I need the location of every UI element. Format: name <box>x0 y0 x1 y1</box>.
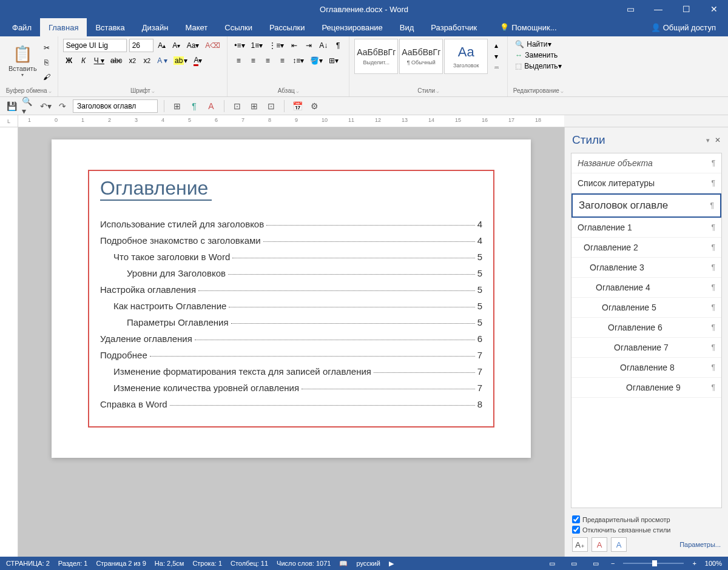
toc-entry[interactable]: Параметры Оглавления5 <box>100 317 482 327</box>
select-button[interactable]: Выделить ▾ <box>513 61 564 72</box>
zoom-level[interactable]: 100% <box>705 560 722 567</box>
view-read-mode[interactable]: ▭ <box>545 558 559 569</box>
close-button[interactable]: ✕ <box>700 0 728 18</box>
document-area[interactable]: Оглавление Использование стилей для заго… <box>18 127 564 557</box>
shrink-font-button[interactable]: A▾ <box>170 39 183 52</box>
save-icon[interactable]: 💾 <box>5 99 18 113</box>
style-inspector-button[interactable]: A <box>592 537 607 552</box>
zoom-out-button[interactable]: − <box>611 560 615 567</box>
view-web-layout[interactable]: ▭ <box>589 558 602 569</box>
tab-insert[interactable]: Вставка <box>87 18 133 36</box>
tab-references[interactable]: Ссылки <box>216 18 261 36</box>
decrease-indent-button[interactable]: ⇤ <box>288 39 300 52</box>
style-selector[interactable] <box>73 99 158 113</box>
status-language[interactable]: русский <box>356 560 380 567</box>
disable-linked-checkbox[interactable]: Отключить связанные стили <box>572 526 721 534</box>
vertical-ruler[interactable] <box>0 127 18 557</box>
subscript-button[interactable]: x2 <box>126 54 138 67</box>
paste-button[interactable]: 📋 Вставить ▾ <box>5 39 41 84</box>
tab-design[interactable]: Дизайн <box>133 18 177 36</box>
multilevel-button[interactable]: ⋮≡▾ <box>267 39 286 52</box>
qat-btn-5[interactable]: ⊞ <box>248 99 261 113</box>
status-at[interactable]: На: 2,5см <box>155 560 184 567</box>
superscript-button[interactable]: x2 <box>141 54 153 67</box>
align-left-button[interactable]: ≡ <box>232 54 244 67</box>
redo-icon[interactable]: ↷ <box>56 99 69 113</box>
minimize-button[interactable]: — <box>644 0 672 18</box>
tab-review[interactable]: Рецензирование <box>313 18 391 36</box>
ribbon-options-icon[interactable]: ▭ <box>616 0 644 18</box>
status-column[interactable]: Столбец: 11 <box>231 560 268 567</box>
strikethrough-button[interactable]: abc <box>109 54 124 67</box>
style-item[interactable]: Оглавление 6¶ <box>571 318 721 338</box>
numbering-button[interactable]: 1≡▾ <box>249 39 265 52</box>
style-item[interactable]: Оглавление 2¶ <box>571 238 721 258</box>
qat-btn-4[interactable]: ⊡ <box>231 99 244 113</box>
tab-layout[interactable]: Макет <box>177 18 216 36</box>
zoom-in-button[interactable]: + <box>692 560 696 567</box>
style-item[interactable]: Список литературы¶ <box>571 173 721 193</box>
styles-gallery-expand[interactable]: ⎓ <box>490 62 502 73</box>
style-item[interactable]: Оглавление 7¶ <box>571 338 721 358</box>
copy-button[interactable]: ⎘ <box>41 56 53 69</box>
style-item[interactable]: Заголовок оглавле¶ <box>571 193 721 218</box>
undo-icon[interactable]: ↶▾ <box>39 99 52 113</box>
tell-me-box[interactable]: Помощник... <box>491 18 565 36</box>
preview-icon[interactable]: 🔍▾ <box>22 99 35 113</box>
highlight-button[interactable]: ab▾ <box>172 54 189 67</box>
change-case-button[interactable]: Aa▾ <box>185 39 201 52</box>
shading-button[interactable]: 🪣▾ <box>308 54 325 67</box>
grow-font-button[interactable]: A▴ <box>156 39 168 52</box>
tab-mailings[interactable]: Рассылки <box>261 18 313 36</box>
style-item[interactable]: Оглавление 8¶ <box>571 358 721 378</box>
format-painter-button[interactable]: 🖌 <box>41 70 53 84</box>
style-item[interactable]: Оглавление 1¶ <box>571 218 721 238</box>
underline-button[interactable]: Ч ▾ <box>92 54 106 67</box>
toc-entry[interactable]: Справка в Word8 <box>100 399 482 409</box>
styles-list[interactable]: Название объекта¶Список литературы¶Загол… <box>571 153 722 508</box>
show-marks-button[interactable]: ¶ <box>332 39 344 52</box>
increase-indent-button[interactable]: ⇥ <box>303 39 315 52</box>
pane-dropdown-icon[interactable]: ▾ <box>706 136 710 144</box>
toc-entry[interactable]: Изменение форматирования текста для запи… <box>100 366 482 377</box>
tab-home[interactable]: Главная <box>40 18 87 36</box>
style-item[interactable]: Оглавление 9¶ <box>571 378 721 398</box>
toc-entry[interactable]: Как настроить Оглавление5 <box>100 301 482 311</box>
qat-btn-3[interactable]: A <box>204 99 218 113</box>
toc-entry[interactable]: Изменение количества уровней оглавления7 <box>100 383 482 393</box>
align-right-button[interactable]: ≡ <box>261 54 274 67</box>
toc-entry[interactable]: Подробнее7 <box>100 350 482 360</box>
new-style-button[interactable]: A₊ <box>572 537 588 552</box>
style-tile-normal[interactable]: АаБбВвГг ¶ Обычный <box>399 39 443 74</box>
text-effects-button[interactable]: A ▾ <box>155 54 169 67</box>
toc-field[interactable]: Оглавление Использование стилей для заго… <box>88 170 494 428</box>
maximize-button[interactable]: ☐ <box>672 0 700 18</box>
status-words[interactable]: Число слов: 1071 <box>277 560 331 567</box>
borders-button[interactable]: ⊞▾ <box>327 54 340 67</box>
tab-developer[interactable]: Разработчик <box>422 18 485 36</box>
style-item[interactable]: Оглавление 3¶ <box>571 258 721 278</box>
qat-btn-8[interactable]: ⚙ <box>308 99 321 113</box>
find-button[interactable]: Найти ▾ <box>513 39 564 50</box>
toc-entry[interactable]: Что такое заголовки в Word5 <box>100 252 482 262</box>
style-tile-emphasis[interactable]: АаБбВвГг Выделит... <box>354 39 398 74</box>
qat-btn-7[interactable]: 📅 <box>291 99 304 113</box>
qat-btn-1[interactable]: ⊞ <box>170 99 184 113</box>
bullets-button[interactable]: •≡▾ <box>232 39 246 52</box>
italic-button[interactable]: К <box>78 54 90 67</box>
status-page-of[interactable]: Страница 2 из 9 <box>96 560 146 567</box>
styles-scroll-down[interactable]: ▾ <box>490 51 502 62</box>
styles-scroll-up[interactable]: ▴ <box>490 40 502 51</box>
toc-entry[interactable]: Настройка оглавления5 <box>100 284 482 295</box>
status-line[interactable]: Строка: 1 <box>192 560 222 567</box>
status-proofing-icon[interactable]: 📖 <box>339 560 348 568</box>
font-size-select[interactable] <box>129 39 153 52</box>
align-center-button[interactable]: ≡ <box>247 54 259 67</box>
qat-btn-6[interactable]: ⊡ <box>265 99 278 113</box>
preview-checkbox[interactable]: Предварительный просмотр <box>572 515 721 523</box>
status-page[interactable]: СТРАНИЦА: 2 <box>6 560 50 567</box>
status-section[interactable]: Раздел: 1 <box>58 560 88 567</box>
clear-format-button[interactable]: A⌫ <box>203 39 222 52</box>
toc-entry[interactable]: Уровни для Заголовков5 <box>100 268 482 278</box>
toc-entry[interactable]: Использование стилей для заголовков4 <box>100 219 482 229</box>
